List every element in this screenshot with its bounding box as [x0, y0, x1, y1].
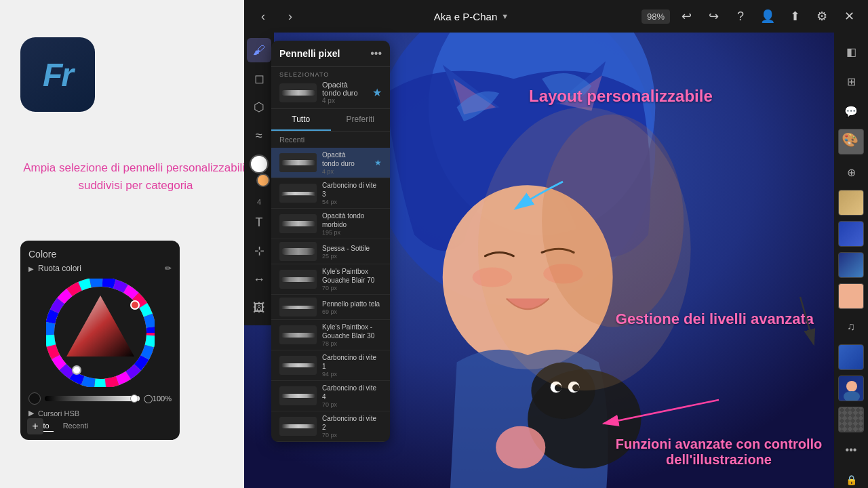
music-button[interactable]: ♫ — [837, 313, 865, 340]
brush-name-5: Pennello piatto tela — [322, 300, 382, 308]
brush-size-1: 54 px — [322, 199, 382, 205]
layer-thumb-8[interactable] — [838, 407, 864, 432]
brush-name-7: Carboncino di vite 1 — [322, 353, 382, 371]
brush-item-7[interactable]: Carboncino di vite 1 94 px — [271, 350, 390, 381]
undo-button[interactable]: ↩ — [675, 5, 697, 27]
layer-thumb-6[interactable] — [838, 344, 864, 370]
top-bar: ‹ › Aka e P-Chan ▼ 98% ↩ ↪ ? 👤 ⬆ ⚙ ✕ — [244, 0, 868, 33]
edit-icon[interactable]: ✏ — [165, 264, 172, 273]
redo-button[interactable]: ↪ — [703, 5, 724, 27]
tab-preferiti[interactable]: Preferiti — [331, 109, 391, 131]
brush-tabs: Tutto Preferiti — [271, 109, 390, 131]
share-button[interactable]: ⬆ — [784, 5, 806, 27]
brush-item-8[interactable]: Carboncino di vite 4 70 px — [271, 381, 390, 411]
right-toolbar: ◧ ⊞ 💬 🎨 ⊕ ♫ ••• 🔒 — [834, 33, 868, 488]
brush-item-1[interactable]: Carboncino di vite 3 54 px — [271, 178, 390, 209]
brush-info-1: Carboncino di vite 3 54 px — [322, 181, 382, 205]
brush-name-9: Carboncino di vite 2 — [322, 414, 382, 432]
stroke-8 — [281, 394, 315, 398]
stroke-9 — [281, 424, 315, 428]
brush-info-4: Kyle's Paintbox Gouache Blair 70 70 px — [322, 267, 382, 291]
opacity-bar[interactable] — [45, 396, 140, 401]
brush-star-0[interactable]: ★ — [374, 158, 382, 167]
selected-brush-row: Opacità tondo duro 4 px ★ — [279, 81, 382, 104]
eraser-tool-button[interactable]: ◻ — [247, 66, 271, 91]
layer-thumb-2[interactable] — [838, 190, 864, 216]
layer-thumb-3[interactable] — [838, 221, 864, 247]
color-wheel-svg[interactable] — [46, 279, 155, 387]
settings-button[interactable]: ⚙ — [811, 5, 833, 27]
brush-more-button[interactable]: ••• — [370, 47, 382, 60]
foreground-color[interactable] — [250, 155, 269, 174]
brush-item-2[interactable]: Opacità tondo morbido 195 px — [271, 209, 390, 239]
brush-item-4[interactable]: Kyle's Paintbox Gouache Blair 70 70 px — [271, 264, 390, 295]
left-toolbar: 🖌 ◻ ⬡ ≈ 4 T ⊹ ↔ 🖼 — [244, 33, 274, 325]
ruota-label: Ruota colori — [38, 264, 81, 273]
text-tool-button[interactable]: T — [247, 210, 271, 235]
selection-tool-button[interactable]: ⊹ — [247, 239, 271, 263]
help-button[interactable]: ? — [730, 5, 751, 27]
layer-thumb-1[interactable]: 🎨 — [838, 129, 864, 155]
brush-preview-3 — [279, 242, 317, 261]
svg-point-29 — [496, 426, 545, 469]
brush-item-0[interactable]: Opacità tondo duro 4 px ★ — [271, 148, 390, 178]
opacity-percent: ◯100% — [144, 394, 172, 403]
lock-button[interactable]: 🔒 — [837, 466, 865, 488]
background-color[interactable] — [256, 174, 270, 187]
app-icon: Fr — [20, 37, 95, 112]
color-tabs: Tutto Recenti — [28, 420, 172, 432]
back-button[interactable]: ‹ — [252, 5, 274, 27]
brush-tool-button[interactable]: 🖌 — [247, 38, 271, 62]
brush-name-2: Opacità tondo morbido — [322, 211, 382, 229]
color-tab-recenti[interactable]: Recenti — [59, 420, 92, 432]
brush-panel: Pennelli pixel ••• SELEZIONATO Opacità t… — [271, 41, 390, 442]
fill-tool-button[interactable]: ⬡ — [247, 95, 271, 119]
brush-panel-header: Pennelli pixel ••• — [271, 41, 390, 67]
brush-name-1: Carboncino di vite 3 — [322, 181, 382, 199]
transform-tool-button[interactable]: ↔ — [247, 267, 271, 291]
forward-button[interactable]: › — [279, 5, 301, 27]
triangle-icon: ▶ — [28, 265, 34, 272]
smudge-tool-button[interactable]: ≈ — [247, 123, 271, 148]
brush-preview-1 — [279, 184, 317, 203]
brush-name-8: Carboncino di vite 4 — [322, 384, 382, 401]
brush-info-6: Kyle's Paintbox - Gouache Blair 30 78 px — [322, 323, 382, 347]
layer-thumb-5[interactable] — [838, 283, 864, 309]
brush-size-9: 70 px — [322, 432, 382, 439]
opacity-row: ◯100% — [28, 392, 172, 405]
layer-thumb-7[interactable] — [838, 375, 864, 401]
zoom-level[interactable]: 98% — [642, 9, 670, 24]
color-white-handle[interactable] — [72, 365, 81, 375]
grid-button[interactable]: ⊞ — [837, 68, 865, 95]
selected-brush-info: Opacità tondo duro 4 px — [322, 81, 367, 104]
image-tool-button[interactable]: 🖼 — [247, 296, 271, 320]
opacity-handle — [130, 394, 138, 403]
hsb-triangle: ▶ — [28, 409, 34, 418]
brush-item-6[interactable]: Kyle's Paintbox - Gouache Blair 30 78 px — [271, 320, 390, 350]
brush-item-5[interactable]: Pennello piatto tela 69 px — [271, 295, 390, 320]
title-dropdown-icon[interactable]: ▼ — [501, 12, 509, 20]
stroke-5 — [281, 306, 315, 309]
brush-panel-title: Pennelli pixel — [279, 48, 340, 59]
layers-button[interactable]: ◧ — [837, 38, 865, 65]
svg-text:🎨: 🎨 — [842, 131, 859, 148]
brush-info-5: Pennello piatto tela 69 px — [322, 300, 382, 315]
comment-button[interactable]: 💬 — [837, 98, 865, 125]
brush-info-0: Opacità tondo duro 4 px — [322, 150, 369, 175]
color-red-handle[interactable] — [130, 300, 140, 310]
tab-tutto[interactable]: Tutto — [271, 109, 331, 131]
brush-preview-7 — [279, 356, 317, 375]
add-color-button[interactable]: + — [27, 418, 43, 434]
color-wheel-container[interactable] — [46, 279, 155, 387]
profile-button[interactable]: 👤 — [757, 5, 778, 27]
brush-info-7: Carboncino di vite 1 94 px — [322, 353, 382, 378]
selected-brush-star[interactable]: ★ — [372, 86, 382, 99]
brush-size-2: 195 px — [322, 229, 382, 236]
layer-thumb-4[interactable] — [838, 252, 864, 278]
right-more-button[interactable]: ••• — [837, 436, 865, 464]
brush-item-9[interactable]: Carboncino di vite 2 70 px — [271, 411, 390, 442]
add-layer-button[interactable]: ⊕ — [837, 159, 865, 186]
close-button[interactable]: ✕ — [838, 5, 860, 27]
color-black-swatch[interactable] — [28, 392, 41, 405]
brush-item-3[interactable]: Spessa - Sottile 25 px — [271, 239, 390, 264]
